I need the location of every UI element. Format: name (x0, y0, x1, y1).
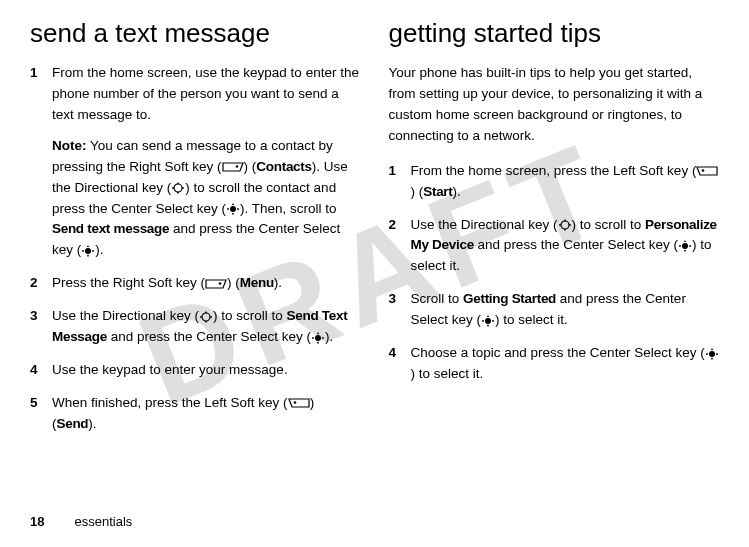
getting-started-label: Getting Started (463, 291, 556, 306)
svg-point-2 (172, 187, 174, 189)
step-number: 3 (30, 306, 52, 348)
step-text: Press the Right Soft key ( (52, 275, 205, 290)
step-body: Use the keypad to enter your message. (52, 360, 361, 381)
step-text: Scroll to (411, 291, 464, 306)
svg-point-23 (312, 337, 314, 339)
svg-point-0 (235, 165, 238, 168)
step-number: 4 (389, 343, 411, 385)
svg-point-48 (711, 357, 713, 359)
center-select-key-icon (311, 332, 325, 344)
step-text: Use the Directional key ( (411, 217, 558, 232)
step-text: From the home screen, press the Left Sof… (411, 163, 697, 178)
left-heading: send a text message (30, 18, 361, 49)
step-number: 2 (30, 273, 52, 294)
svg-point-46 (716, 353, 718, 355)
center-select-key-icon (481, 315, 495, 327)
page-number: 18 (30, 514, 44, 529)
note-text: ). Then, scroll to (240, 201, 337, 216)
page-footer: 18essentials (30, 514, 132, 529)
step-body: Use the Directional key () to scroll to … (52, 306, 361, 348)
svg-point-36 (689, 245, 691, 247)
svg-point-7 (227, 208, 229, 210)
center-select-key-icon (81, 245, 95, 257)
svg-point-12 (82, 250, 84, 252)
step-text: ) to select it. (411, 366, 484, 381)
svg-point-22 (315, 335, 321, 341)
right-step-2: 2 Use the Directional key () to scroll t… (389, 215, 720, 278)
right-column: getting started tips Your phone has buil… (389, 18, 720, 447)
step-text: ) to select it. (495, 312, 568, 327)
step-text: ) to scroll to (572, 217, 646, 232)
svg-point-34 (682, 243, 688, 249)
svg-point-33 (564, 229, 566, 231)
svg-point-8 (237, 208, 239, 210)
svg-point-16 (219, 282, 222, 285)
right-soft-key-icon (205, 279, 227, 289)
step-text: Choose a topic and press the Center Sele… (411, 345, 705, 360)
svg-point-11 (85, 248, 91, 254)
step-text: From the home screen, use the keypad to … (52, 65, 359, 122)
content-columns: send a text message 1 From the home scre… (30, 18, 719, 447)
step-text: ). (274, 275, 282, 290)
step-text: Use the keypad to enter your message. (52, 362, 288, 377)
svg-point-39 (485, 318, 491, 324)
svg-point-29 (561, 221, 569, 229)
step-body: From the home screen, use the keypad to … (52, 63, 361, 261)
step-body: Press the Right Soft key () (Menu). (52, 273, 361, 294)
svg-point-20 (205, 311, 207, 313)
step-number: 2 (389, 215, 411, 278)
note-block: Note: You can send a message to a contac… (52, 136, 361, 262)
svg-point-28 (702, 169, 705, 172)
contacts-label: Contacts (256, 159, 311, 174)
left-step-5: 5 When finished, press the Left Soft key… (30, 393, 361, 435)
right-intro: Your phone has built-in tips to help you… (389, 63, 720, 147)
step-number: 3 (389, 289, 411, 331)
step-body: Use the Directional key () to scroll to … (411, 215, 720, 278)
svg-point-24 (322, 337, 324, 339)
svg-point-27 (293, 402, 296, 405)
svg-point-38 (684, 250, 686, 252)
center-select-key-icon (226, 203, 240, 215)
note-text: ) ( (244, 159, 257, 174)
svg-point-19 (210, 316, 212, 318)
right-heading: getting started tips (389, 18, 720, 49)
svg-point-31 (569, 224, 571, 226)
step-text: and press the Center Select key ( (474, 237, 678, 252)
left-step-2: 2 Press the Right Soft key () (Menu). (30, 273, 361, 294)
step-body: Scroll to Getting Started and press the … (411, 289, 720, 331)
send-label: Send (57, 416, 89, 431)
svg-point-15 (87, 255, 89, 257)
step-number: 1 (30, 63, 52, 261)
svg-point-40 (482, 320, 484, 322)
left-step-4: 4 Use the keypad to enter your message. (30, 360, 361, 381)
directional-key-icon (171, 182, 185, 194)
svg-point-42 (487, 315, 489, 317)
step-body: Choose a topic and press the Center Sele… (411, 343, 720, 385)
svg-point-13 (92, 250, 94, 252)
directional-key-icon (199, 311, 213, 323)
right-step-3: 3 Scroll to Getting Started and press th… (389, 289, 720, 331)
step-number: 4 (30, 360, 52, 381)
svg-point-10 (232, 213, 234, 215)
svg-point-43 (487, 324, 489, 326)
svg-point-9 (232, 203, 234, 205)
center-select-key-icon (705, 348, 719, 360)
svg-point-18 (200, 316, 202, 318)
step-text: ) to scroll to (213, 308, 287, 323)
left-column: send a text message 1 From the home scre… (30, 18, 361, 447)
svg-point-35 (679, 245, 681, 247)
svg-point-14 (87, 245, 89, 247)
center-select-key-icon (678, 240, 692, 252)
step-text: ). (453, 184, 461, 199)
svg-point-6 (230, 206, 236, 212)
svg-point-3 (182, 187, 184, 189)
svg-point-17 (202, 313, 210, 321)
svg-point-47 (711, 348, 713, 350)
directional-key-icon (558, 219, 572, 231)
right-soft-key-icon (222, 162, 244, 172)
svg-point-30 (559, 224, 561, 226)
step-body: From the home screen, press the Left Sof… (411, 161, 720, 203)
svg-point-21 (205, 320, 207, 322)
send-text-message-label: Send text message (52, 221, 169, 236)
svg-point-37 (684, 240, 686, 242)
